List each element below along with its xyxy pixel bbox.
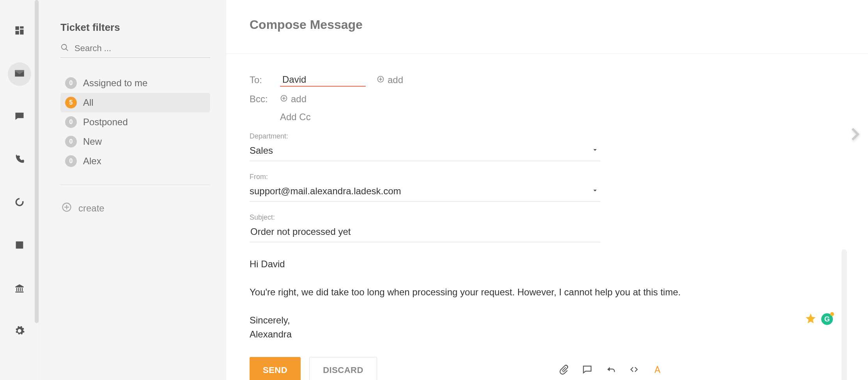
search-icon xyxy=(60,43,69,53)
filter-label: New xyxy=(83,136,102,147)
filter-label: Assigned to me xyxy=(83,78,147,89)
from-value: support@mail.alexandra.ladesk.com xyxy=(250,186,401,197)
from-label: From: xyxy=(250,173,845,181)
filters-title: Ticket filters xyxy=(60,21,210,34)
bank-icon xyxy=(14,282,25,295)
reply-arrow-icon xyxy=(606,364,616,376)
icon-rail xyxy=(0,0,39,380)
add-bcc-button[interactable]: add xyxy=(280,94,306,105)
create-filter-button[interactable]: create xyxy=(60,199,210,218)
rail-scrollbar[interactable] xyxy=(35,0,39,380)
add-bcc-label: add xyxy=(291,94,306,105)
filter-badge: 0 xyxy=(65,136,77,147)
search-input[interactable] xyxy=(74,43,210,53)
department-value: Sales xyxy=(250,145,273,156)
bcc-row: Bcc: add xyxy=(250,94,845,105)
text-format-icon xyxy=(652,364,663,376)
plus-circle-icon xyxy=(280,94,288,105)
scrollbar-track xyxy=(841,249,847,380)
to-input[interactable] xyxy=(280,73,366,87)
rail-settings[interactable] xyxy=(8,320,31,343)
chevron-right-icon xyxy=(846,138,865,145)
rail-progress[interactable] xyxy=(8,191,31,215)
dashboard-icon xyxy=(14,25,25,37)
reply-button[interactable] xyxy=(606,364,616,376)
plus-circle-icon xyxy=(377,75,384,85)
subject-input[interactable] xyxy=(250,222,601,242)
note-icon xyxy=(582,364,592,376)
department-select[interactable]: Sales xyxy=(250,141,601,161)
editor-wrap: Hi David You're right, we did take too l… xyxy=(250,254,845,341)
compose-panel: Compose Message To: add Bcc: add Add Cc xyxy=(226,0,868,380)
filter-badge: 0 xyxy=(65,116,77,128)
note-button[interactable] xyxy=(582,364,592,376)
chevron-down-icon xyxy=(591,186,599,197)
to-label: To: xyxy=(250,75,269,85)
action-buttons: SEND DISCARD xyxy=(250,357,377,380)
chevron-down-icon xyxy=(591,145,599,156)
page-title: Compose Message xyxy=(250,18,845,32)
phone-icon xyxy=(14,154,25,166)
text-format-button[interactable] xyxy=(652,364,663,376)
from-select[interactable]: support@mail.alexandra.ladesk.com xyxy=(250,182,601,202)
editor-badges: G xyxy=(805,313,833,326)
paperclip-icon xyxy=(559,364,569,376)
rail-bank[interactable] xyxy=(8,277,31,300)
rail-chat[interactable] xyxy=(8,105,31,129)
compose-body: To: add Bcc: add Add Cc Department: Sale… xyxy=(226,54,868,349)
filter-all[interactable]: 5 All xyxy=(60,93,210,112)
filter-postponed[interactable]: 0 Postponed xyxy=(60,112,210,132)
star-icon[interactable] xyxy=(805,313,817,326)
search-row xyxy=(60,43,210,58)
filter-badge: 5 xyxy=(65,97,77,108)
compose-header: Compose Message xyxy=(226,0,868,54)
subject-label: Subject: xyxy=(250,213,845,222)
send-button[interactable]: SEND xyxy=(250,357,301,380)
filter-badge: 0 xyxy=(65,155,77,167)
chat-icon xyxy=(14,111,25,123)
divider xyxy=(60,185,210,185)
gear-icon xyxy=(14,325,25,338)
filter-alex[interactable]: 0 Alex xyxy=(60,151,210,171)
grammarly-icon[interactable]: G xyxy=(821,313,833,325)
code-icon xyxy=(629,364,639,376)
scrollbar-thumb[interactable] xyxy=(35,0,39,323)
rail-mail[interactable] xyxy=(8,62,31,86)
create-label: create xyxy=(78,203,105,214)
filter-list: 0 Assigned to me 5 All 0 Postponed 0 New… xyxy=(60,73,210,171)
add-cc-button[interactable]: Add Cc xyxy=(280,112,845,123)
plus-circle-icon xyxy=(61,202,72,215)
filter-badge: 0 xyxy=(65,77,77,89)
editor-toolbar xyxy=(559,364,663,376)
filter-label: Alex xyxy=(83,156,101,167)
contacts-icon xyxy=(14,240,25,252)
filter-label: Postponed xyxy=(83,117,128,128)
add-recipient-button[interactable]: add xyxy=(377,75,403,85)
attach-button[interactable] xyxy=(559,364,569,376)
code-button[interactable] xyxy=(629,364,639,376)
editor-scrollbar[interactable] xyxy=(841,249,847,380)
bcc-label: Bcc: xyxy=(250,94,269,105)
filter-new[interactable]: 0 New xyxy=(60,132,210,151)
compose-actions: SEND DISCARD xyxy=(226,349,868,380)
rail-dashboard[interactable] xyxy=(8,20,31,43)
filter-label: All xyxy=(83,97,94,108)
progress-icon xyxy=(14,197,25,209)
filter-assigned-to-me[interactable]: 0 Assigned to me xyxy=(60,73,210,93)
add-label: add xyxy=(388,75,403,85)
discard-button[interactable]: DISCARD xyxy=(309,357,377,380)
department-label: Department: xyxy=(250,132,845,140)
message-body-editor[interactable]: Hi David You're right, we did take too l… xyxy=(250,254,845,341)
ticket-filters-panel: Ticket filters 0 Assigned to me 5 All 0 … xyxy=(39,0,226,380)
rail-contacts[interactable] xyxy=(8,234,31,257)
expand-right-button[interactable] xyxy=(846,125,865,145)
rail-phone[interactable] xyxy=(8,148,31,172)
to-row: To: add xyxy=(250,73,845,87)
mail-icon xyxy=(14,68,25,80)
